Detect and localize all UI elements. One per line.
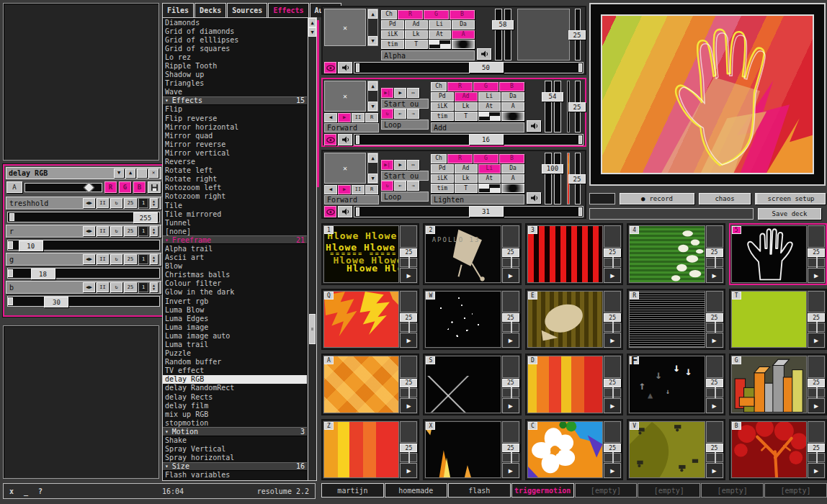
deck-tab-triggermotion[interactable]: triggermotion — [511, 483, 574, 498]
param-direction-icon[interactable]: ◀▶ — [83, 198, 95, 208]
clip-C[interactable]: C25▶ — [525, 419, 623, 481]
mode-button-tim[interactable]: tim — [431, 184, 454, 193]
list-item[interactable]: Colour filter — [163, 279, 307, 288]
pause-icon[interactable]: II — [352, 185, 365, 194]
mode-button-ch[interactable]: Ch — [381, 10, 397, 19]
clip-mini-slider[interactable] — [706, 453, 723, 462]
opacity-slider[interactable]: 50 — [354, 62, 584, 73]
mode-button-ch[interactable]: Ch — [431, 82, 447, 91]
mode-button-da[interactable]: Da — [452, 20, 475, 30]
mode-button-r[interactable]: R — [398, 10, 423, 19]
clip-slider-track[interactable] — [502, 225, 519, 248]
list-item[interactable]: [none] — [163, 227, 307, 235]
list-item[interactable]: Luma image — [163, 323, 307, 331]
mode-button-b[interactable]: B — [499, 154, 524, 163]
scroll-up-icon[interactable]: ▲ — [368, 9, 377, 19]
help-icon[interactable]: ? — [38, 487, 43, 495]
speaker-icon[interactable] — [477, 48, 491, 60]
deck-tab-homemade[interactable]: homemade — [385, 483, 447, 498]
mode-button-g[interactable]: G — [473, 154, 499, 163]
opacity-slider[interactable]: 31 — [354, 206, 584, 217]
clip-slider-track[interactable] — [706, 291, 723, 313]
list-item[interactable]: Rotate left — [163, 166, 307, 175]
level-track-b[interactable] — [554, 81, 561, 132]
channel-b-button[interactable]: B — [133, 181, 146, 193]
clip-slider-track[interactable] — [502, 421, 519, 444]
clip-play-icon[interactable]: ▶ — [604, 268, 621, 283]
play-icon[interactable]: ▶ — [394, 88, 406, 98]
clip-slider-track[interactable] — [604, 291, 621, 313]
mode-button-at[interactable]: At — [429, 30, 452, 40]
clip-slider-track[interactable] — [808, 421, 825, 444]
clip-thumbnail[interactable]: E — [527, 291, 603, 348]
clip-thumbnail[interactable]: V — [629, 421, 705, 479]
clip-play-icon[interactable]: ▶ — [502, 398, 519, 413]
play-backward-icon[interactable]: ◀ — [324, 185, 337, 194]
radial-gradient-icon[interactable] — [501, 184, 524, 193]
clip-slider-track[interactable] — [502, 291, 519, 313]
clip-thumbnail[interactable]: 4 — [629, 225, 705, 283]
clip-thumbnail[interactable]: T — [731, 291, 807, 348]
clip-thumbnail[interactable]: 3 — [527, 225, 603, 283]
clip-slider-track[interactable] — [604, 421, 621, 444]
list-item[interactable]: Blow — [163, 262, 307, 271]
radial-gradient-icon[interactable] — [501, 112, 524, 121]
mode-button-ilk[interactable]: iLK — [381, 30, 404, 40]
scroll-up-icon[interactable]: ▲ — [308, 18, 316, 27]
clip-thumbnail[interactable]: R — [629, 291, 705, 348]
clip-eject-button[interactable]: ✕ — [324, 9, 366, 46]
mode-button-ilk[interactable]: iLK — [431, 174, 454, 184]
clip-slider-track[interactable] — [400, 356, 417, 378]
mode-button-r[interactable]: R — [447, 154, 473, 163]
param-loop-icon[interactable]: ↻ — [110, 254, 122, 264]
loop-icon[interactable]: ↻ — [381, 181, 393, 191]
param-spinner[interactable]: ▲▼ — [150, 198, 158, 208]
list-item[interactable]: Mirror quad — [163, 131, 307, 140]
tab-decks[interactable]: Decks — [195, 3, 226, 17]
clip-eject-button[interactable]: ✕ — [324, 153, 366, 184]
mode-button-b[interactable]: B — [450, 10, 475, 19]
list-section-header[interactable]: ▾Size16 — [163, 462, 307, 471]
deck-tab-empty-6[interactable]: [empty] — [701, 483, 764, 498]
clip-thumbnail[interactable]: 5 — [731, 225, 807, 283]
slider-track[interactable]: 30 — [7, 296, 160, 307]
list-item[interactable]: Random buffer — [163, 358, 307, 366]
list-item[interactable]: Luma Edges — [163, 314, 307, 323]
clip-mini-slider[interactable] — [502, 388, 519, 397]
list-item[interactable]: Flash variables — [163, 471, 307, 480]
mode-button-at[interactable]: At — [478, 174, 501, 184]
level-track-a[interactable] — [545, 153, 552, 204]
mode-button-lk[interactable]: Lk — [405, 30, 428, 40]
list-item[interactable]: Flip reverse — [163, 114, 307, 122]
clip-play-icon[interactable]: ▶ — [808, 398, 825, 413]
scroll-up-icon[interactable]: ▲ — [368, 81, 377, 91]
level-track-a[interactable] — [545, 81, 552, 132]
list-item[interactable]: stopmotion — [163, 418, 307, 427]
play-icon[interactable]: ▶ — [394, 160, 406, 170]
param-slider[interactable]: 255 — [6, 211, 161, 223]
checker-icon[interactable] — [429, 40, 452, 49]
clip-F[interactable]: ↑ ↓ ↓ ↓ ↓ ▲F25▶ — [627, 354, 725, 415]
clip-mini-slider[interactable] — [400, 453, 417, 462]
param-preset-button[interactable]: 25 — [124, 226, 137, 236]
list-section-header[interactable]: ▾Motion3 — [163, 427, 307, 436]
clip-mini-slider[interactable] — [808, 258, 825, 267]
list-item[interactable]: mix up RGB — [163, 410, 307, 418]
mode-button-at[interactable]: At — [478, 102, 501, 112]
clip-Q[interactable]: Q25▶ — [321, 289, 419, 351]
clip-mini-slider[interactable] — [604, 388, 621, 397]
list-item[interactable]: Lo rez — [163, 53, 307, 61]
slider-end-thumb[interactable] — [578, 63, 582, 72]
level-sliders[interactable]: 100 — [543, 153, 565, 204]
level-track-b[interactable] — [554, 153, 561, 204]
param-preset-button[interactable]: 25 — [124, 282, 137, 292]
list-item[interactable]: TV effect — [163, 366, 307, 375]
list-item[interactable]: Glow in the dark — [163, 288, 307, 297]
monitor-eye-icon[interactable] — [324, 62, 336, 73]
mode-button-li[interactable]: Li — [478, 92, 501, 102]
pause-icon[interactable]: II — [352, 113, 365, 122]
clip-slider-track[interactable] — [604, 356, 621, 378]
mode-button-tim[interactable]: tim — [431, 112, 454, 121]
clip-mini-slider[interactable] — [400, 323, 417, 332]
slider-thumb[interactable] — [8, 269, 13, 277]
